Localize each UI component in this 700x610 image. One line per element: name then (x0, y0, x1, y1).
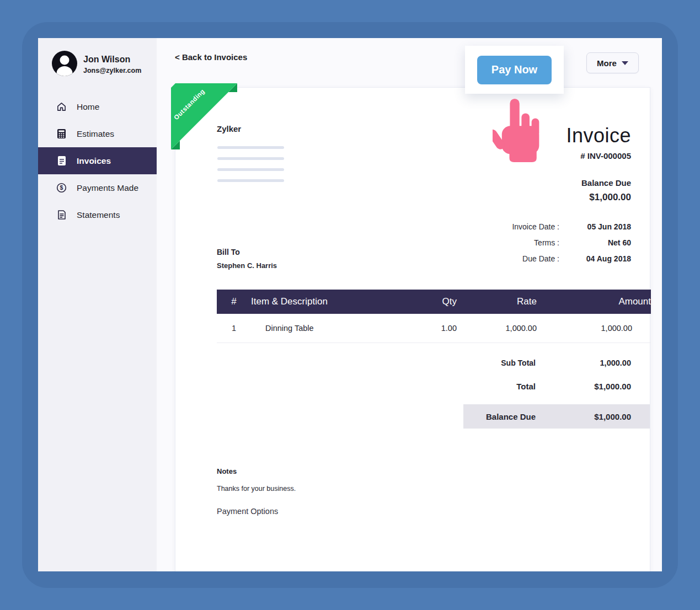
due-date-value: 04 Aug 2018 (559, 254, 631, 263)
pointer-hand-icon (493, 99, 543, 164)
invoice-date-value: 05 Jun 2018 (559, 222, 631, 231)
address-placeholder-line (217, 146, 284, 149)
svg-text:$: $ (60, 185, 63, 191)
total-value: $1,000.00 (536, 382, 631, 391)
table-row: 1 Dinning Table 1.00 1,000.00 1,000.00 (217, 314, 651, 343)
customer-portal-app: Jon Wilson Jons@zylker.com Home (38, 38, 662, 571)
balance-due-value: $1,000.00 (566, 192, 631, 203)
total-label: Total (463, 382, 536, 391)
terms-value: Net 60 (559, 238, 631, 247)
calculator-icon (56, 129, 67, 139)
column-header-rate: Rate (457, 290, 537, 314)
back-to-invoices-link[interactable]: < Back to Invoices (175, 52, 247, 62)
more-button[interactable]: More (586, 52, 639, 73)
address-placeholder-line (217, 179, 284, 182)
item-description: Dinning Table (251, 314, 368, 343)
more-button-label: More (597, 58, 617, 68)
sidebar: Jon Wilson Jons@zylker.com Home (38, 38, 157, 571)
invoice-number: # INV-000005 (566, 151, 631, 160)
item-rate: 1,000.00 (457, 314, 537, 343)
invoice-document-icon (56, 156, 67, 166)
sidebar-nav: Home Estimates (38, 93, 157, 228)
due-date-label: Due Date : (522, 254, 559, 263)
status-ribbon-label: Outstanding (173, 88, 206, 121)
terms-label: Terms : (534, 238, 559, 247)
sidebar-item-label: Home (77, 102, 99, 112)
user-profile: Jon Wilson Jons@zylker.com (38, 38, 157, 89)
column-header-qty: Qty (368, 290, 457, 314)
invoice-meta: Invoice Date : 05 Jun 2018 Terms : Net 6… (512, 222, 631, 270)
status-ribbon: Outstanding (171, 83, 248, 163)
balance-due-row: Balance Due $1,000.00 (463, 404, 650, 429)
sidebar-item-estimates[interactable]: Estimates (38, 120, 157, 147)
pay-now-card: Pay Now (465, 46, 564, 94)
column-header-item: Item & Description (251, 290, 368, 314)
balance-row-value: $1,000.00 (536, 412, 631, 421)
invoice-title: Invoice (566, 124, 631, 147)
statement-document-icon (56, 210, 67, 220)
invoice-document: Outstanding Zylker Invoice # INV-000005 … (175, 87, 650, 571)
sidebar-item-home[interactable]: Home (38, 93, 157, 120)
item-amount: 1,000.00 (537, 314, 651, 343)
chevron-down-icon (622, 61, 628, 65)
avatar (51, 50, 78, 79)
home-icon (56, 101, 67, 112)
subtotal-label: Sub Total (463, 358, 536, 367)
subtotal-value: 1,000.00 (536, 358, 631, 367)
sidebar-item-label: Estimates (77, 129, 114, 139)
item-qty: 1.00 (368, 314, 457, 343)
company-name: Zylker (217, 124, 241, 133)
totals-section: Sub Total 1,000.00 Total $1,000.00 Balan… (463, 351, 650, 429)
bill-to-name: Stephen C. Harris (217, 261, 277, 270)
balance-row-label: Balance Due (463, 412, 536, 421)
pay-now-button[interactable]: Pay Now (477, 56, 552, 84)
sidebar-item-payments-made[interactable]: $ Payments Made (38, 174, 157, 201)
line-items-table: # Item & Description Qty Rate Amount 1 D… (217, 290, 651, 343)
user-email: Jons@zylker.com (83, 67, 141, 76)
total-row: Total $1,000.00 (463, 374, 650, 398)
address-placeholder-line (217, 157, 284, 160)
bill-to-label: Bill To (217, 248, 277, 256)
invoice-date-label: Invoice Date : (512, 222, 559, 231)
column-header-number: # (217, 290, 251, 314)
payment-options-label: Payment Options (217, 507, 296, 516)
dollar-circle-icon: $ (56, 183, 67, 193)
sidebar-item-label: Payments Made (77, 183, 138, 193)
sidebar-item-label: Invoices (77, 156, 111, 166)
sidebar-item-invoices[interactable]: Invoices (38, 147, 157, 174)
subtotal-row: Sub Total 1,000.00 (463, 351, 650, 374)
table-header-row: # Item & Description Qty Rate Amount (217, 290, 651, 314)
notes-label: Notes (217, 467, 296, 475)
sidebar-item-statements[interactable]: Statements (38, 201, 157, 228)
item-number: 1 (217, 314, 251, 343)
balance-due-label: Balance Due (566, 178, 631, 188)
address-placeholder-line (217, 168, 284, 171)
user-name: Jon Wilson (83, 54, 141, 65)
sidebar-item-label: Statements (77, 210, 120, 220)
column-header-amount: Amount (537, 290, 651, 314)
notes-text: Thanks for your business. (217, 485, 296, 493)
